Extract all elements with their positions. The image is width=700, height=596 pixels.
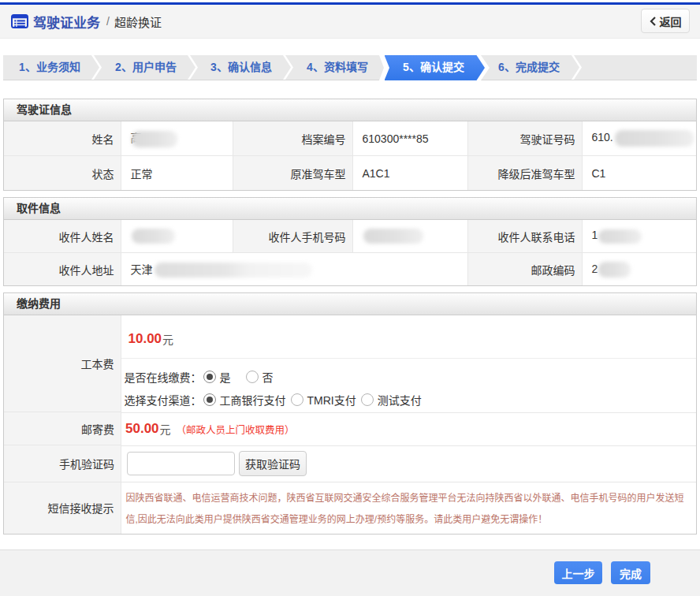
censored-recipient-name-blur <box>132 229 175 244</box>
sms-notice-text: 因陕西省联通、电信运营商技术问题，陕西省互联网交通安全综合服务管理平台无法向持陕… <box>126 488 689 531</box>
phone-prefix-text: 1 <box>592 229 598 241</box>
sms-notice-cell: 因陕西省联通、电信运营商技术问题，陕西省互联网交通安全综合服务管理平台无法向持陕… <box>121 482 696 534</box>
censored-name-blur <box>132 131 177 147</box>
table-row: 收件人地址 天津 邮政编码 2 <box>4 253 696 286</box>
step-tab-1[interactable]: 1、业务须知 <box>2 55 98 80</box>
back-button[interactable]: 返回 <box>641 9 690 33</box>
online-pay-yes-radio[interactable] <box>203 371 216 383</box>
censored-mobile-blur <box>363 229 423 244</box>
step-tab-2[interactable]: 2、用户申告 <box>98 55 194 80</box>
postcode-prefix-text: 2 <box>592 262 598 274</box>
down-type-label: 降级后准驾车型 <box>467 156 582 191</box>
previous-step-button[interactable]: 上一步 <box>554 561 602 584</box>
captcha-cell: 获取验证码 <box>121 445 696 482</box>
file-no-value: 610300****85 <box>352 121 467 156</box>
table-row: 短信接收提示 因陕西省联通、电信运营商技术问题，陕西省互联网交通安全综合服务管理… <box>4 482 696 534</box>
business-list-icon <box>11 14 28 28</box>
sms-notice-label: 短信接收提示 <box>4 482 121 534</box>
cost-fee-label: 工本费 <box>4 315 121 412</box>
postcode-label: 邮政编码 <box>467 253 582 286</box>
license-no-label: 驾驶证号码 <box>467 121 582 156</box>
step-progress-bar: 1、业务须知 2、用户申告 3、确认信息 4、资料填写 5、确认提交 6、完成提… <box>3 55 697 80</box>
app-header: 驾驶证业务 / 超龄换证 返回 <box>0 5 700 39</box>
get-captcha-button[interactable]: 获取验证码 <box>239 451 307 476</box>
channel-tmri-label[interactable]: TMRI支付 <box>307 392 356 408</box>
license-no-prefix-text: 610. <box>592 131 613 143</box>
payment-options-group: 是否在线缴费： 是 否 选择支付渠道： 工商银行支付 TMRI支付 测试支付 <box>121 359 697 411</box>
info-table: 收件人姓名 收件人手机号码 收件人联系电话 1 收件人地址 天津 邮政编码 2 <box>4 220 696 285</box>
pickup-section-title: 取件信息 <box>4 198 696 220</box>
license-info-section: 驾驶证信息 姓名 高 档案编号 610300****85 驾驶证号码 610. … <box>3 99 697 191</box>
license-no-value: 610. <box>582 121 696 156</box>
postcode-value: 2 <box>582 253 696 286</box>
table-row: 姓名 高 档案编号 610300****85 驾驶证号码 610. <box>4 121 696 156</box>
censored-postcode-blur <box>598 262 631 278</box>
pay-channel-choice-row: 选择支付渠道： 工商银行支付 TMRI支付 测试支付 <box>125 388 697 411</box>
cost-price: 10.00元 <box>121 316 697 359</box>
name-value: 高 <box>121 121 233 156</box>
address-value: 天津 <box>121 253 467 286</box>
breadcrumb-separator: / <box>106 15 110 28</box>
orig-type-label: 原准驾车型 <box>233 156 352 191</box>
censored-phone-blur <box>598 229 642 244</box>
post-fee-note: （邮政人员上门收取费用） <box>177 422 295 437</box>
channel-icbc-radio[interactable] <box>203 393 216 406</box>
captcha-label: 手机验证码 <box>4 445 121 482</box>
online-pay-yes-label[interactable]: 是 <box>220 369 231 385</box>
channel-test-label[interactable]: 测试支付 <box>378 392 422 408</box>
step-tab-5-active[interactable]: 5、确认提交 <box>385 55 482 80</box>
table-row: 手机验证码 获取验证码 <box>4 445 696 482</box>
page-title: 驾驶证业务 <box>33 12 100 32</box>
file-no-label: 档案编号 <box>233 121 352 156</box>
channel-test-radio[interactable] <box>361 393 374 406</box>
table-row: 邮寄费 50.00元（邮政人员上门收取费用） <box>4 412 696 445</box>
recipient-mobile-value <box>352 220 467 253</box>
down-type-value: C1 <box>582 156 696 191</box>
orig-type-value: A1C1 <box>352 156 467 191</box>
step-tab-6[interactable]: 6、完成提交 <box>481 55 577 80</box>
status-value: 正常 <box>121 156 233 191</box>
online-pay-no-label[interactable]: 否 <box>262 369 274 385</box>
name-label: 姓名 <box>4 121 121 156</box>
recipient-phone-value: 1 <box>582 220 696 253</box>
status-label: 状态 <box>4 156 121 191</box>
address-label: 收件人地址 <box>4 253 121 286</box>
censored-license-no-blur <box>615 130 694 147</box>
post-amount: 50.00 <box>125 421 159 437</box>
captcha-input[interactable] <box>127 452 235 475</box>
recipient-phone-label: 收件人联系电话 <box>467 220 582 253</box>
info-table: 姓名 高 档案编号 610300****85 驾驶证号码 610. 状态 正常 … <box>4 121 696 190</box>
chevron-left-icon <box>650 17 657 26</box>
cost-amount: 10.00 <box>128 331 162 347</box>
table-row: 状态 正常 原准驾车型 A1C1 降级后准驾车型 C1 <box>4 156 696 191</box>
table-row: 工本费 10.00元 是否在线缴费： 是 否 选择支付渠道： <box>4 315 696 412</box>
finish-button[interactable]: 完成 <box>611 561 650 584</box>
pickup-info-section: 取件信息 收件人姓名 收件人手机号码 收件人联系电话 1 收件人地址 天津 邮政… <box>3 197 697 286</box>
online-pay-choice-row: 是否在线缴费： 是 否 <box>125 365 697 388</box>
step-tab-4[interactable]: 4、资料填写 <box>289 55 385 80</box>
license-section-title: 驾驶证信息 <box>4 99 696 121</box>
channel-tmri-radio[interactable] <box>291 393 303 406</box>
step-tab-3[interactable]: 3、确认信息 <box>193 55 289 80</box>
info-table: 工本费 10.00元 是否在线缴费： 是 否 选择支付渠道： <box>4 315 696 534</box>
footer-bar: 上一步 完成 <box>0 549 700 596</box>
address-prefix-text: 天津 <box>131 263 153 276</box>
breadcrumb-current: 超龄换证 <box>114 13 162 30</box>
recipient-mobile-label: 收件人手机号码 <box>233 220 352 253</box>
recipient-name-label: 收件人姓名 <box>4 220 121 253</box>
channel-icbc-label[interactable]: 工商银行支付 <box>220 392 286 408</box>
fee-section-title: 缴纳费用 <box>4 293 696 315</box>
table-row: 收件人姓名 收件人手机号码 收件人联系电话 1 <box>4 220 696 253</box>
post-fee-label: 邮寄费 <box>4 412 121 445</box>
recipient-name-value <box>121 220 233 253</box>
fee-section: 缴纳费用 工本费 10.00元 是否在线缴费： 是 否 选择 <box>3 292 697 535</box>
online-pay-no-radio[interactable] <box>246 371 259 383</box>
post-fee-cell: 50.00元（邮政人员上门收取费用） <box>121 412 696 445</box>
censored-address-blur <box>155 263 312 278</box>
header-breadcrumb-group: 驾驶证业务 / 超龄换证 <box>0 5 700 38</box>
cost-fee-cell: 10.00元 是否在线缴费： 是 否 选择支付渠道： 工商银行支付 <box>121 315 696 412</box>
